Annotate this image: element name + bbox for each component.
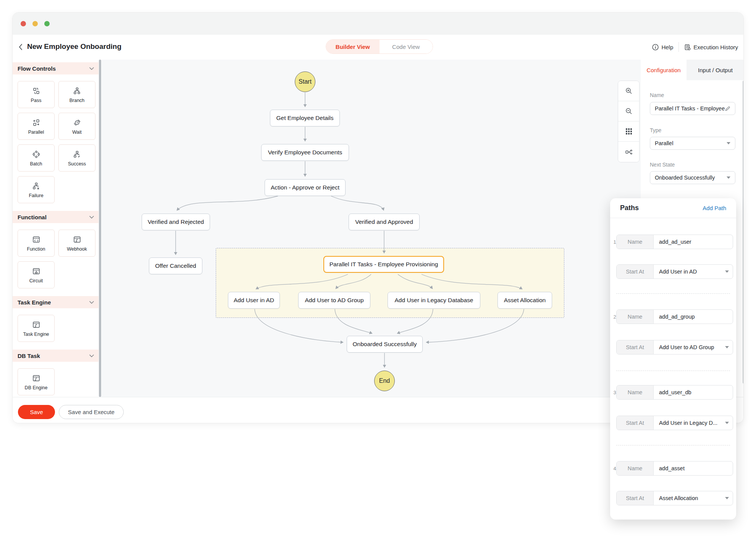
save-and-execute-button[interactable]: Save and Execute — [59, 405, 124, 419]
caret-down-icon — [727, 142, 730, 144]
close-window-button[interactable] — [21, 21, 26, 26]
success-icon — [73, 150, 82, 159]
next-state-select[interactable]: Onboarded Successfully — [650, 171, 735, 184]
chevron-left-icon — [16, 42, 26, 52]
tab-configuration[interactable]: Configuration — [641, 60, 687, 80]
palette-item-label: Success — [68, 161, 86, 167]
palette-item-function[interactable]: Function — [18, 230, 55, 257]
start-at-value: Asset Allocation — [659, 495, 723, 501]
help-button[interactable]: Help — [652, 44, 673, 50]
section-title: DB Task — [18, 353, 40, 359]
node-get-employee-details[interactable]: Get Employee Details — [270, 110, 340, 126]
section-title: Flow Controls — [18, 65, 56, 72]
node-add-user-in-legacy-database[interactable]: Add User in Legacy Database — [388, 292, 480, 309]
tab-builder-view[interactable]: Builder View — [326, 40, 380, 53]
caret-down-icon — [727, 176, 730, 179]
node-onboarded-successfully[interactable]: Onboarded Successfully — [347, 336, 423, 353]
palette-item-success[interactable]: Success — [58, 144, 95, 172]
minimize-window-button[interactable] — [32, 21, 38, 26]
paths-panel: Paths Add Path 1 Name add_ad_user Start … — [610, 198, 736, 520]
palette-item-wait[interactable]: Wait — [58, 113, 95, 140]
auto-layout-button[interactable] — [618, 142, 639, 162]
palette-item-label: Function — [27, 246, 45, 252]
caret-down-icon — [725, 497, 729, 499]
path-1-start-at-select[interactable]: Start At Add User in AD — [616, 264, 733, 279]
node-verify-employee-documents[interactable]: Verify Employee Documents — [261, 144, 349, 161]
name-label: Name — [617, 235, 654, 249]
path-name-value: add_ad_group — [659, 314, 729, 320]
sidebar-section-functional[interactable]: Functional — [13, 211, 99, 223]
path-4-name-input[interactable]: Name add_asset — [616, 461, 733, 476]
node-asset-allocation[interactable]: Asset Allocation — [498, 292, 552, 309]
header-divider — [678, 42, 679, 52]
task-engine-icon — [32, 320, 41, 329]
type-select[interactable]: Parallel — [650, 137, 735, 150]
palette-item-webhook[interactable]: Webhook — [58, 230, 95, 257]
type-label: Type — [650, 127, 661, 133]
flow-layout-icon — [625, 148, 633, 156]
start-at-value: Add User in Legacy D... — [659, 420, 723, 426]
path-2-start-at-select[interactable]: Start At Add User to AD Group — [616, 340, 733, 355]
zoom-out-button[interactable] — [618, 101, 639, 121]
sidebar-section-task-engine[interactable]: Task Engine — [13, 296, 99, 308]
edit-pencil-icon[interactable] — [725, 106, 730, 112]
start-at-label: Start At — [617, 340, 654, 354]
start-at-label: Start At — [617, 416, 654, 430]
node-offer-cancelled[interactable]: Offer Cancelled — [149, 257, 202, 274]
path-name-value: add_ad_user — [659, 239, 729, 245]
palette-item-db-engine[interactable]: DB Engine — [18, 368, 55, 395]
canvas-toolbar — [618, 81, 640, 162]
type-value: Parallel — [655, 140, 727, 146]
add-path-link[interactable]: Add Path — [703, 205, 726, 211]
paths-header: Paths Add Path — [610, 198, 736, 218]
path-4-start-at-select[interactable]: Start At Asset Allocation — [616, 491, 733, 505]
palette-item-batch[interactable]: Batch — [18, 144, 55, 172]
palette-item-pass[interactable]: Pass — [18, 81, 55, 108]
palette-item-label: Batch — [30, 161, 42, 167]
node-verified-and-rejected[interactable]: Verified and Rejected — [142, 214, 210, 230]
info-icon — [652, 44, 659, 50]
zoom-in-button[interactable] — [618, 81, 639, 101]
start-at-value: Add User to AD Group — [659, 344, 723, 350]
node-verified-and-approved[interactable]: Verified and Approved — [349, 214, 420, 230]
path-separator — [616, 293, 730, 294]
path-3-start-at-select[interactable]: Start At Add User in Legacy D... — [616, 416, 733, 430]
palette-item-circuit[interactable]: Circuit — [18, 261, 55, 288]
palette-item-label: Failure — [29, 193, 43, 198]
path-2-name-input[interactable]: Name add_ad_group — [616, 309, 733, 324]
sidebar-section-flow-controls[interactable]: Flow Controls — [13, 62, 99, 74]
config-panel-scrollbar[interactable] — [743, 81, 744, 384]
node-action-approve-or-reject[interactable]: Action - Approve or Reject — [265, 179, 346, 196]
function-icon — [32, 235, 41, 244]
palette-item-branch[interactable]: Branch — [58, 81, 95, 108]
palette-item-label: DB Engine — [25, 385, 48, 390]
node-add-user-in-ad[interactable]: Add User in AD — [228, 292, 280, 309]
flow-canvas[interactable]: Start Get Employee Details Verify Employ… — [102, 60, 641, 397]
save-button[interactable]: Save — [18, 405, 55, 419]
name-label: Name — [650, 92, 664, 98]
caret-down-icon — [725, 270, 729, 273]
palette-item-failure[interactable]: Failure — [18, 176, 55, 203]
path-separator — [616, 371, 730, 371]
caret-down-icon — [725, 422, 729, 424]
tab-code-view[interactable]: Code View — [380, 40, 433, 53]
circuit-icon — [32, 267, 41, 276]
sidebar-section-db-task[interactable]: DB Task — [13, 350, 99, 362]
sidebar-scrollbar[interactable] — [99, 60, 101, 397]
node-add-user-to-ad-group[interactable]: Add User to AD Group — [298, 292, 370, 309]
path-3-name-input[interactable]: Name add_user_db — [616, 385, 733, 400]
node-parallel-it-tasks[interactable]: Parallel IT Tasks - Employee Provisionin… — [323, 256, 444, 273]
name-input[interactable]: Parallel IT Tasks - Employee Provis — [650, 102, 735, 115]
path-name-value: add_asset — [659, 465, 729, 471]
node-end[interactable]: End — [374, 371, 395, 391]
back-button[interactable] — [16, 42, 26, 52]
tab-input-output[interactable]: Input / Output — [687, 60, 744, 80]
node-start[interactable]: Start — [295, 71, 315, 92]
path-1-name-input[interactable]: Name add_ad_user — [616, 235, 733, 249]
maximize-window-button[interactable] — [44, 21, 50, 26]
execution-history-button[interactable]: Execution History — [684, 44, 738, 50]
palette-item-parallel[interactable]: Parallel — [18, 113, 55, 140]
grid-view-button[interactable] — [618, 121, 639, 142]
path-separator — [616, 445, 730, 445]
palette-item-task-engine[interactable]: Task Engine — [18, 315, 55, 342]
